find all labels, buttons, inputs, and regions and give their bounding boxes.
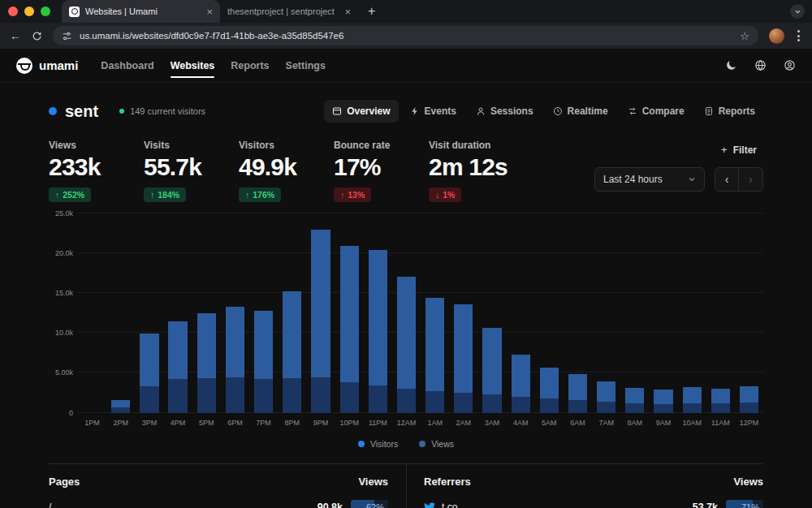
legend-item-visitors[interactable]: Visitors [358, 439, 398, 449]
legend-dot-views [419, 441, 425, 447]
page-content: sent 149 current visitors Overview Event… [0, 97, 812, 508]
close-window-button[interactable] [8, 6, 18, 16]
bar-group-12am[interactable] [392, 213, 421, 413]
metric-value: 55.7k [144, 154, 239, 180]
new-tab-button[interactable]: + [368, 5, 375, 18]
metric-label: Views [49, 140, 144, 151]
bar-group-5am[interactable] [535, 213, 564, 413]
browser-tab-sentproject[interactable]: thesentproject | sentproject × [220, 2, 358, 20]
bar-group-8am[interactable] [620, 213, 649, 413]
y-axis-label: 5.00k [44, 368, 73, 377]
visitors-bar [482, 394, 501, 413]
legend-item-views[interactable]: Views [419, 439, 454, 449]
bar-group-10am[interactable] [678, 213, 706, 413]
x-axis-label: 7AM [592, 419, 620, 427]
close-tab-icon[interactable]: × [344, 6, 351, 17]
tab-sessions[interactable]: Sessions [468, 100, 542, 123]
bar-group-9pm[interactable] [306, 213, 335, 413]
tab-search-button[interactable] [790, 4, 805, 19]
bar-group-2am[interactable] [449, 213, 477, 413]
page-name[interactable]: / [49, 502, 51, 508]
x-axis-label: 3PM [135, 419, 163, 427]
bookmark-star-icon[interactable]: ☆ [740, 30, 749, 42]
visitors-bar [397, 389, 416, 413]
visitors-bar [654, 404, 672, 413]
metric-label: Visits [144, 140, 239, 151]
lightning-icon [410, 106, 420, 116]
browser-chrome: Websites | Umami × thesentproject | sent… [0, 0, 812, 49]
main-nav: Dashboard Websites Reports Settings [93, 49, 334, 82]
chevron-down-icon [794, 8, 801, 15]
tab-compare[interactable]: Compare [620, 100, 693, 123]
bar-group-6am[interactable] [564, 213, 592, 413]
tab-label: Compare [642, 105, 685, 117]
bar-group-4pm[interactable] [164, 213, 192, 413]
browser-profile-avatar[interactable] [769, 28, 784, 44]
bar-group-10pm[interactable] [335, 213, 364, 413]
theme-toggle-button[interactable] [725, 59, 737, 71]
visitors-bar [597, 402, 615, 413]
fullscreen-window-button[interactable] [41, 6, 50, 16]
bar-group-1pm[interactable] [78, 213, 106, 413]
table-row[interactable]: / 90.8k 62% [49, 500, 388, 508]
tab-title: Websites | Umami [85, 6, 201, 16]
plus-icon: + [721, 144, 728, 156]
x-axis-label: 6PM [221, 419, 249, 427]
back-button[interactable]: ← [10, 30, 21, 41]
nav-item-settings[interactable]: Settings [278, 49, 334, 82]
visitors-bar [226, 377, 244, 412]
bar-group-3pm[interactable] [135, 213, 163, 413]
bar-group-1am[interactable] [421, 213, 449, 413]
percent-bar: 62% [351, 500, 388, 508]
close-tab-icon[interactable]: × [206, 6, 213, 17]
address-bar[interactable]: us.umami.is/websites/dfd0c9e7-f7d1-41bb-… [53, 26, 758, 45]
app-header: umami Dashboard Websites Reports Setting… [0, 49, 812, 83]
site-dot-icon [49, 107, 57, 115]
date-range-value: Last 24 hours [603, 174, 663, 185]
browser-menu-button[interactable] [795, 30, 802, 41]
tab-realtime[interactable]: Realtime [545, 100, 616, 123]
bar-group-11pm[interactable] [364, 213, 392, 413]
date-range-select[interactable]: Last 24 hours [594, 167, 705, 192]
y-axis-label: 20.0k [44, 249, 73, 257]
metric-visit-duration: Visit duration 2m 12s ↓1% [429, 140, 524, 202]
nav-item-dashboard[interactable]: Dashboard [93, 49, 162, 82]
language-button[interactable] [754, 59, 767, 71]
x-axis-label: 11AM [706, 419, 735, 427]
bar-group-5pm[interactable] [192, 213, 221, 413]
bar-group-7am[interactable] [592, 213, 620, 413]
visitors-bar [340, 382, 359, 412]
bar-group-2pm[interactable] [106, 213, 135, 413]
previous-period-button[interactable]: ‹ [715, 167, 739, 192]
minimize-window-button[interactable] [24, 6, 34, 16]
bar-group-12pm[interactable] [735, 213, 763, 413]
bar-group-3am[interactable] [477, 213, 506, 413]
tab-overview[interactable]: Overview [324, 100, 398, 123]
profile-button[interactable] [784, 59, 796, 71]
table-row[interactable]: t.co 53.7k 71% [424, 500, 763, 508]
browser-tab-websites[interactable]: Websites | Umami × [62, 0, 220, 23]
site-settings-icon[interactable] [62, 31, 72, 41]
y-axis-label: 10.0k [44, 329, 73, 337]
tab-events[interactable]: Events [402, 100, 464, 123]
nav-item-reports[interactable]: Reports [222, 49, 277, 82]
bar-group-8pm[interactable] [278, 213, 306, 413]
bar-group-7pm[interactable] [249, 213, 278, 413]
umami-brand[interactable]: umami [16, 58, 78, 74]
compare-arrows-icon [628, 106, 637, 116]
reload-button[interactable] [32, 31, 42, 41]
bar-group-6pm[interactable] [221, 213, 249, 413]
nav-item-websites[interactable]: Websites [162, 49, 223, 82]
umami-logo-icon [16, 58, 32, 74]
metric-visits: Visits 55.7k ↑184% [144, 140, 239, 202]
bar-group-11am[interactable] [706, 213, 735, 413]
x-axis-label: 3AM [477, 419, 506, 427]
tab-reports[interactable]: Reports [696, 100, 763, 123]
referrer-name[interactable]: t.co [442, 502, 457, 508]
url-text[interactable]: us.umami.is/websites/dfd0c9e7-f7d1-41bb-… [80, 31, 732, 41]
next-period-button[interactable]: › [739, 167, 763, 192]
bar-group-4am[interactable] [507, 213, 535, 413]
bar-group-9am[interactable] [649, 213, 677, 413]
header-icons [725, 59, 796, 71]
filter-button[interactable]: + Filter [715, 140, 763, 160]
